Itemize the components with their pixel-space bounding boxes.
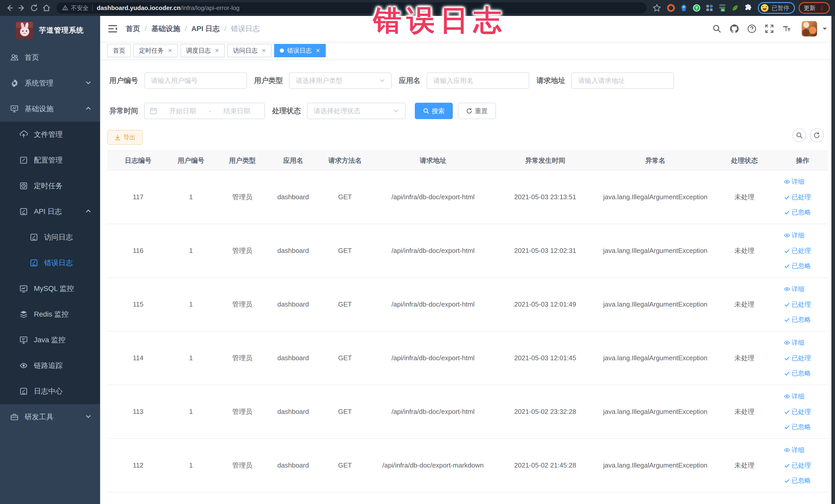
search-icon[interactable] bbox=[712, 24, 721, 33]
font-size-icon[interactable] bbox=[782, 24, 791, 33]
action-已处理[interactable]: 已处理 bbox=[784, 407, 811, 417]
ext-pin-icon[interactable] bbox=[680, 4, 688, 12]
action-label: 已处理 bbox=[792, 192, 811, 202]
sidebar-item-dev-tool[interactable]: 研发工具 bbox=[0, 404, 100, 430]
sidebar-item-file[interactable]: 文件管理 bbox=[0, 122, 100, 147]
sidebar-item-mysql[interactable]: MySQL 监控 bbox=[0, 276, 100, 301]
avatar[interactable] bbox=[802, 21, 817, 37]
sidebar-item-system[interactable]: 系统管理 bbox=[0, 70, 100, 96]
question-icon[interactable] bbox=[747, 24, 756, 33]
profile-chip[interactable]: 已暂停 bbox=[758, 2, 795, 14]
breadcrumb-item[interactable]: 首页 bbox=[126, 24, 140, 34]
tab-首页[interactable]: 首页 bbox=[107, 44, 131, 57]
tab-错误日志[interactable]: 错误日志✕ bbox=[274, 44, 326, 57]
action-已处理[interactable]: 已处理 bbox=[784, 461, 811, 470]
close-icon[interactable]: ✕ bbox=[262, 47, 266, 54]
github-icon[interactable] bbox=[730, 24, 739, 33]
sidebar-item-label: API 日志 bbox=[34, 207, 62, 217]
ext-orange-icon[interactable] bbox=[667, 4, 675, 12]
action-已忽略[interactable]: 已忽略 bbox=[784, 422, 811, 432]
reload-icon[interactable] bbox=[30, 4, 39, 12]
forward-icon[interactable] bbox=[18, 4, 26, 12]
action-已忽略[interactable]: 已忽略 bbox=[784, 207, 811, 217]
ext-y-icon[interactable]: Y bbox=[693, 4, 701, 12]
svg-text:Y: Y bbox=[695, 6, 698, 10]
input-placeholder: 请输入应用名 bbox=[433, 76, 473, 85]
sidebar-item-redis[interactable]: Redis 监控 bbox=[0, 301, 100, 327]
action-已处理[interactable]: 已处理 bbox=[784, 192, 811, 202]
export-button[interactable]: 导出 bbox=[107, 130, 143, 145]
sidebar-item-access-log[interactable]: 访问日志 bbox=[0, 224, 100, 250]
action-详细[interactable]: 详细 bbox=[784, 177, 805, 187]
sidebar-item-label: 文件管理 bbox=[34, 130, 63, 139]
hamburger-icon[interactable] bbox=[108, 24, 118, 34]
action-详细[interactable]: 详细 bbox=[784, 445, 805, 455]
close-icon[interactable]: ✕ bbox=[215, 47, 219, 54]
start-date-placeholder[interactable]: 开始日期 bbox=[160, 106, 205, 116]
sidebar-item-java[interactable]: Java 监控 bbox=[0, 327, 100, 353]
action-label: 详细 bbox=[792, 391, 805, 401]
logo[interactable]: 芋道管理系统 bbox=[0, 16, 100, 45]
page-scrollbar[interactable] bbox=[831, 16, 835, 504]
filter-input[interactable]: 请输入请求地址 bbox=[571, 73, 674, 89]
ext-onswitch-icon[interactable]: on bbox=[718, 4, 727, 12]
sidebar-item-home[interactable]: 首页 bbox=[0, 45, 100, 70]
action-已忽略[interactable]: 已忽略 bbox=[784, 368, 811, 378]
action-详细[interactable]: 详细 bbox=[784, 391, 805, 401]
tab-访问日志[interactable]: 访问日志✕ bbox=[227, 44, 272, 57]
check-icon bbox=[784, 317, 790, 323]
sidebar-item-log-center[interactable]: 日志中心 bbox=[0, 379, 100, 404]
show-search-toggle[interactable] bbox=[792, 128, 806, 142]
action-已处理[interactable]: 已处理 bbox=[784, 246, 811, 256]
end-date-placeholder[interactable]: 结束日期 bbox=[214, 106, 259, 116]
filter-select[interactable]: 请选择用户类型 bbox=[289, 73, 392, 89]
ext-grid-icon[interactable] bbox=[705, 4, 714, 12]
filter-input[interactable]: 请输入应用名 bbox=[427, 73, 529, 89]
sidebar-item-infra[interactable]: 基础设施 bbox=[0, 96, 100, 122]
browser-update-button[interactable]: 更新 ⋮ bbox=[798, 2, 830, 14]
tab-定时任务[interactable]: 定时任务✕ bbox=[134, 44, 178, 57]
action-已处理[interactable]: 已处理 bbox=[784, 353, 811, 363]
chevron-down-icon[interactable] bbox=[822, 26, 827, 31]
filter-date-range: 异常时间 开始日期 - 结束日期 bbox=[107, 103, 265, 119]
sidebar-item-config[interactable]: 配置管理 bbox=[0, 147, 100, 173]
action-详细[interactable]: 详细 bbox=[784, 230, 805, 240]
refresh-button[interactable] bbox=[810, 128, 824, 142]
date-range-input[interactable]: 开始日期 - 结束日期 bbox=[144, 103, 265, 119]
search-button[interactable]: 搜索 bbox=[415, 103, 453, 119]
reset-button[interactable]: 重置 bbox=[458, 103, 496, 119]
status-select[interactable]: 请选择处理状态 bbox=[307, 103, 406, 119]
fullscreen-icon[interactable] bbox=[765, 24, 774, 33]
sidebar-item-label: 系统管理 bbox=[25, 78, 54, 88]
security-label[interactable]: 不安全 bbox=[71, 4, 88, 12]
close-icon[interactable]: ✕ bbox=[316, 47, 320, 54]
action-已忽略[interactable]: 已忽略 bbox=[784, 476, 811, 485]
page: 不安全 dashboard.yudao.iocoder.cn/infra/log… bbox=[0, 0, 835, 504]
filter-input[interactable]: 请输入用户编号 bbox=[144, 73, 247, 89]
action-详细[interactable]: 详细 bbox=[784, 338, 805, 348]
sidebar-item-job[interactable]: 定时任务 bbox=[0, 173, 100, 199]
bookmark-star-icon[interactable] bbox=[652, 4, 661, 12]
breadcrumb-item[interactable]: API 日志 bbox=[191, 24, 220, 34]
close-icon[interactable]: ✕ bbox=[168, 47, 172, 54]
column-header: 日志编号 bbox=[107, 156, 169, 165]
action-已忽略[interactable]: 已忽略 bbox=[784, 315, 811, 324]
tab-调度日志[interactable]: 调度日志✕ bbox=[180, 44, 225, 57]
action-详细[interactable]: 详细 bbox=[784, 284, 805, 294]
ext-leaf-icon[interactable] bbox=[731, 4, 739, 12]
breadcrumb-item[interactable]: 基础设施 bbox=[151, 24, 180, 34]
cell-exception: java.lang.IllegalArgumentException bbox=[599, 407, 711, 417]
column-header: 操作 bbox=[778, 156, 828, 165]
extensions-puzzle-icon[interactable] bbox=[744, 4, 752, 12]
action-已处理[interactable]: 已处理 bbox=[784, 300, 811, 309]
url-text[interactable]: dashboard.yudao.iocoder.cn/infra/log/api… bbox=[97, 4, 240, 12]
sidebar-item-trace[interactable]: 链路追踪 bbox=[0, 353, 100, 379]
kebab-menu-icon[interactable]: ⋮ bbox=[819, 5, 825, 11]
cell-status: 未处理 bbox=[711, 192, 778, 202]
action-已忽略[interactable]: 已忽略 bbox=[784, 261, 811, 271]
home-icon[interactable] bbox=[42, 4, 51, 12]
sidebar-item-error-log[interactable]: 错误日志 bbox=[0, 250, 100, 276]
address-bar[interactable]: 不安全 dashboard.yudao.iocoder.cn/infra/log… bbox=[57, 2, 647, 14]
back-icon[interactable] bbox=[5, 4, 14, 12]
sidebar-item-api-log[interactable]: API 日志 bbox=[0, 199, 100, 224]
